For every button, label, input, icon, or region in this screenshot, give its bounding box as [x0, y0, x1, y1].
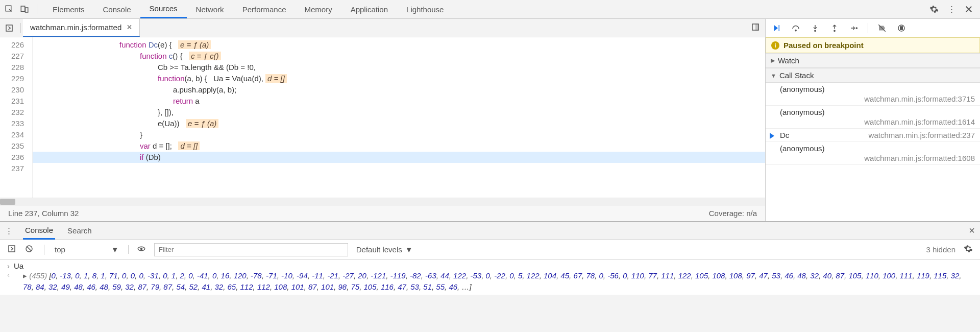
step-over-icon[interactable]: [790, 22, 801, 34]
tab-memory[interactable]: Memory: [296, 0, 341, 18]
console-input-row[interactable]: › Ua: [7, 262, 973, 270]
output-caret-icon: ‹: [7, 270, 10, 279]
tab-console[interactable]: Console: [23, 222, 55, 240]
tab-performance[interactable]: Performance: [233, 0, 296, 18]
svg-rect-2: [26, 8, 28, 12]
tab-elements[interactable]: Elements: [43, 0, 94, 18]
hidden-count[interactable]: 3 hidden: [926, 245, 955, 254]
svg-point-17: [140, 248, 142, 250]
svg-point-10: [856, 27, 857, 28]
filter-input[interactable]: [154, 243, 348, 256]
svg-rect-12: [900, 27, 901, 30]
svg-point-9: [834, 30, 835, 31]
prompt-icon: ›: [7, 262, 10, 270]
coverage-status: Coverage: n/a: [709, 209, 757, 218]
svg-rect-1: [21, 6, 25, 12]
device-toggle-icon[interactable]: [19, 4, 30, 14]
debugger-sidebar: i Paused on breakpoint ▶Watch ▼Call Stac…: [766, 19, 980, 221]
close-drawer-icon[interactable]: ×: [969, 225, 975, 236]
tab-application[interactable]: Application: [341, 0, 397, 18]
svg-rect-5: [756, 24, 758, 30]
gutter: 226227228229230231232233234235236237: [0, 37, 33, 198]
settings-icon[interactable]: [929, 4, 939, 14]
pause-banner: i Paused on breakpoint: [766, 37, 980, 53]
close-icon[interactable]: ×: [127, 22, 132, 33]
stack-frame[interactable]: (anonymous)watchman.min.js:formatted:161…: [766, 106, 980, 129]
tab-lighthouse[interactable]: Lighthouse: [397, 0, 453, 18]
cursor-position: Line 237, Column 32: [8, 209, 79, 218]
tab-network[interactable]: Network: [187, 0, 233, 18]
console-output-row[interactable]: ‹ ▸ (455) [0, -13, 0, 1, 8, 1, 71, 0, 0,…: [7, 270, 973, 293]
file-tab-bar: watchman.min.js:formatted ×: [0, 19, 765, 37]
tab-sources[interactable]: Sources: [140, 0, 187, 18]
main-tabs: ElementsConsoleSourcesNetworkPerformance…: [43, 0, 453, 18]
pause-exceptions-icon[interactable]: [896, 22, 907, 34]
close-devtools-icon[interactable]: [964, 4, 974, 14]
code-lines: function Dc(e) { e = ƒ (a)function c() {…: [33, 37, 765, 198]
debug-controls: [766, 19, 980, 37]
step-icon[interactable]: [848, 22, 860, 34]
array-preview[interactable]: ▸ (455) [0, -13, 0, 1, 8, 1, 71, 0, 0, 0…: [14, 270, 973, 293]
editor-status-bar: Line 237, Column 32 Coverage: n/a: [0, 205, 765, 221]
callstack-section[interactable]: ▼Call Stack: [766, 68, 980, 83]
run-icon[interactable]: [7, 244, 16, 255]
context-select[interactable]: top▼: [55, 245, 129, 254]
toggle-sidebar-icon[interactable]: [751, 22, 765, 33]
console-input: Ua: [14, 262, 23, 270]
drawer-kebab-icon[interactable]: ⋮: [5, 226, 13, 235]
console-settings-icon[interactable]: [964, 244, 973, 255]
svg-rect-3: [6, 25, 12, 31]
log-levels-select[interactable]: Default levels▼: [356, 245, 413, 254]
info-icon: i: [771, 41, 779, 50]
svg-rect-13: [902, 27, 903, 30]
stack-frame[interactable]: (anonymous)watchman.min.js:formatted:160…: [766, 142, 980, 165]
svg-rect-14: [9, 246, 15, 252]
file-tab-label: watchman.min.js:formatted: [30, 23, 121, 32]
devtools-toolbar: ElementsConsoleSourcesNetworkPerformance…: [0, 0, 980, 19]
inspect-icon[interactable]: [4, 4, 14, 14]
tab-search[interactable]: Search: [65, 222, 94, 240]
console-drawer: ⋮ Console Search × top▼ Default levels▼ …: [0, 221, 980, 295]
h-scrollbar[interactable]: [0, 198, 765, 205]
stack-frame[interactable]: Dcwatchman.min.js:formatted:237: [766, 129, 980, 142]
code-editor[interactable]: 226227228229230231232233234235236237 fun…: [0, 37, 765, 198]
pause-message: Paused on breakpoint: [783, 41, 864, 50]
deactivate-breakpoints-icon[interactable]: [876, 22, 888, 34]
live-expression-icon[interactable]: [137, 244, 146, 255]
resume-icon[interactable]: [771, 22, 782, 34]
kebab-icon[interactable]: ⋮: [946, 4, 957, 14]
file-tab[interactable]: watchman.min.js:formatted ×: [23, 19, 140, 37]
step-into-icon[interactable]: [810, 22, 821, 34]
step-out-icon[interactable]: [829, 22, 840, 34]
watch-section[interactable]: ▶Watch: [766, 53, 980, 68]
svg-point-7: [795, 30, 796, 31]
callstack-list: (anonymous)watchman.min.js:formatted:371…: [766, 83, 980, 165]
tab-console[interactable]: Console: [94, 0, 140, 18]
file-nav-icon[interactable]: [0, 23, 18, 33]
svg-point-8: [815, 30, 816, 31]
svg-rect-6: [779, 25, 780, 31]
clear-console-icon[interactable]: [24, 244, 34, 255]
stack-frame[interactable]: (anonymous)watchman.min.js:formatted:371…: [766, 83, 980, 106]
